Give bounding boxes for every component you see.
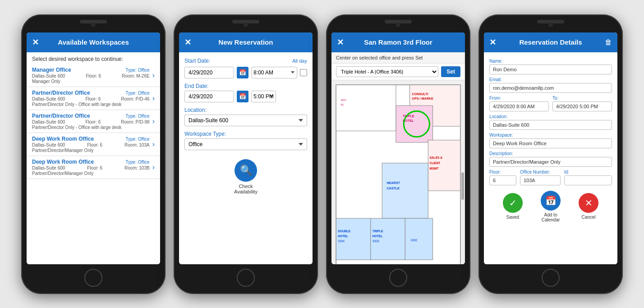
ws-list-item[interactable]: Deep Work Room Office Type: Office Dalla… — [27, 133, 160, 156]
floor-map: CONSULTI OPS / MARKE TRIPLE HOTEL H — [331, 80, 465, 264]
svg-rect-23 — [371, 218, 405, 260]
floor-input[interactable] — [489, 175, 516, 185]
close-icon-2[interactable]: ✕ — [184, 37, 195, 47]
close-icon-1[interactable]: ✕ — [32, 37, 43, 47]
all-day-checkbox[interactable] — [300, 69, 307, 76]
ws-items-list: Manager Office Type: Office Dallas-Suite… — [27, 64, 160, 179]
ws-item-type: Type: Office — [125, 91, 149, 96]
ws-item-note: Partner/Director/Manager Only — [32, 148, 150, 153]
phone-3-home-btn[interactable] — [389, 269, 407, 287]
detail-location-input[interactable] — [489, 120, 612, 130]
workspace-type-select[interactable]: Office — [184, 138, 307, 150]
close-icon-4[interactable]: ✕ — [489, 37, 500, 47]
ws-item-type: Type: Office — [125, 160, 149, 165]
ws-item-floor: Floor: 6 — [85, 97, 101, 101]
ws-item-location: Dallas-Suite 600 — [32, 74, 65, 78]
ws-item-note: Partner/Director Only - Office with larg… — [32, 125, 150, 130]
location-select[interactable]: Dallas-Suite 600 — [184, 115, 307, 126]
set-button[interactable]: Set — [441, 66, 460, 77]
detail-location-label: Location: — [489, 114, 612, 119]
ws-list-item[interactable]: Partner/Director Office Type: Office Dal… — [27, 87, 160, 110]
ws-item-chevron-icon: › — [152, 117, 155, 125]
svg-text:3304: 3304 — [338, 239, 345, 243]
add-calendar-btn-wrap: 📅 Add toCalendar — [541, 191, 561, 222]
svg-text:CASTLE: CASTLE — [386, 186, 400, 190]
phone-4-camera — [548, 23, 553, 27]
phone-4-title: Reservation Details — [500, 38, 601, 46]
from-input[interactable] — [489, 101, 549, 111]
description-input[interactable] — [489, 157, 612, 167]
svg-text:HOTEL: HOTEL — [373, 234, 382, 238]
email-input[interactable] — [489, 83, 612, 93]
workspace-type-label: Workspace Type: — [184, 131, 307, 137]
email-label: Email: — [489, 77, 612, 82]
svg-rect-29 — [461, 172, 464, 200]
start-date-input[interactable] — [184, 67, 234, 78]
ws-item-floor: Floor: 6 — [85, 120, 101, 124]
saved-btn-wrap: ✓ Saved — [503, 193, 523, 220]
to-input[interactable] — [552, 101, 612, 111]
office-num-input[interactable] — [520, 175, 561, 185]
cancel-button[interactable]: ✕ — [579, 193, 598, 213]
saved-button[interactable]: ✓ — [503, 193, 523, 213]
from-to-row: From: To: — [489, 93, 612, 111]
end-date-input[interactable] — [184, 91, 234, 102]
phone-1-content: Select desired workspace to continue: Ma… — [27, 52, 160, 264]
phone-1-camera — [91, 23, 96, 27]
svg-text:TRIPLE: TRIPLE — [403, 114, 414, 118]
end-date-row: 📅 5:00 PM — [184, 91, 307, 102]
end-time-select[interactable]: 5:00 PM — [251, 91, 276, 102]
name-input[interactable] — [489, 64, 612, 74]
ws-item-room: Room: 103A — [124, 143, 150, 147]
phone-2-home-btn[interactable] — [237, 269, 255, 287]
svg-text:TRIPLE: TRIPLE — [373, 229, 383, 232]
ws-item-location: Dallas-Suite 600 — [32, 97, 65, 101]
start-date-label: Start Date: — [184, 58, 210, 64]
ws-list-item[interactable]: Deep Work Room Office Type: Office Dalla… — [27, 156, 160, 179]
description-label: Description: — [489, 151, 612, 156]
start-date-calendar-icon[interactable]: 📅 — [237, 67, 248, 78]
workspace-label: Workspace: — [489, 133, 612, 138]
ws-item-name: Deep Work Room Office — [32, 136, 94, 142]
svg-rect-12 — [382, 163, 428, 218]
add-calendar-button[interactable]: 📅 — [541, 191, 561, 211]
phone-4-screen: ✕ Reservation Details 🗑 Name: Email: Fro… — [484, 32, 617, 264]
svg-rect-15 — [428, 140, 460, 190]
workspace-input[interactable] — [489, 138, 612, 148]
ws-list-item[interactable]: Manager Office Type: Office Dallas-Suite… — [27, 64, 160, 87]
ws-item-room: Room: P/D-46 — [121, 97, 149, 101]
phone-2-title: New Reservation — [195, 38, 296, 46]
svg-text:HEARST: HEARST — [386, 181, 400, 184]
svg-text:OPS / MARKE: OPS / MARKE — [412, 97, 433, 100]
id-input[interactable] — [564, 175, 612, 185]
check-availability-icon: 🔍 — [235, 159, 257, 182]
svg-text:DOUBLE: DOUBLE — [338, 229, 351, 232]
svg-rect-9 — [336, 85, 396, 131]
location-select-wrap: Dallas-Suite 600 — [184, 115, 307, 126]
svg-text:HOTEL: HOTEL — [338, 234, 348, 238]
phone-4-home-btn[interactable] — [542, 269, 560, 287]
end-date-calendar-icon[interactable]: 📅 — [237, 91, 248, 102]
phone-3-header: ✕ San Ramon 3rd Floor — [331, 32, 465, 52]
ws-list-item[interactable]: Partner/Director Office Type: Office Dal… — [27, 110, 160, 133]
end-time-group: 5:00 PM — [251, 91, 307, 102]
map-office-select[interactable]: Triple Hotel - A (Office 3406) — [336, 66, 438, 77]
all-day-label[interactable]: All day — [292, 58, 307, 64]
phones-container: ✕ Available Workspaces Select desired wo… — [21, 14, 623, 294]
map-office-select-row: Triple Hotel - A (Office 3406) Set — [331, 64, 465, 80]
phone-4: ✕ Reservation Details 🗑 Name: Email: Fro… — [478, 14, 623, 294]
check-availability-button[interactable]: 🔍 CheckAvailability — [184, 159, 307, 194]
ws-item-type: Type: Office — [125, 137, 149, 142]
delete-icon[interactable]: 🗑 — [601, 38, 612, 46]
map-hint: Center on selected office and press Set — [331, 52, 465, 64]
workspace-type-select-wrap: Office — [184, 138, 307, 150]
cancel-label: Cancel — [581, 215, 595, 220]
phone-1-home-btn[interactable] — [84, 269, 102, 287]
start-time-select[interactable]: 8:00 AM — [251, 67, 297, 78]
ws-item-chevron-icon: › — [152, 140, 155, 148]
close-icon-3[interactable]: ✕ — [337, 37, 348, 47]
to-col: To: — [552, 93, 612, 111]
from-label: From: — [489, 96, 549, 101]
svg-text:SALES &: SALES & — [429, 156, 442, 159]
phone-1-header: ✕ Available Workspaces — [27, 32, 160, 52]
